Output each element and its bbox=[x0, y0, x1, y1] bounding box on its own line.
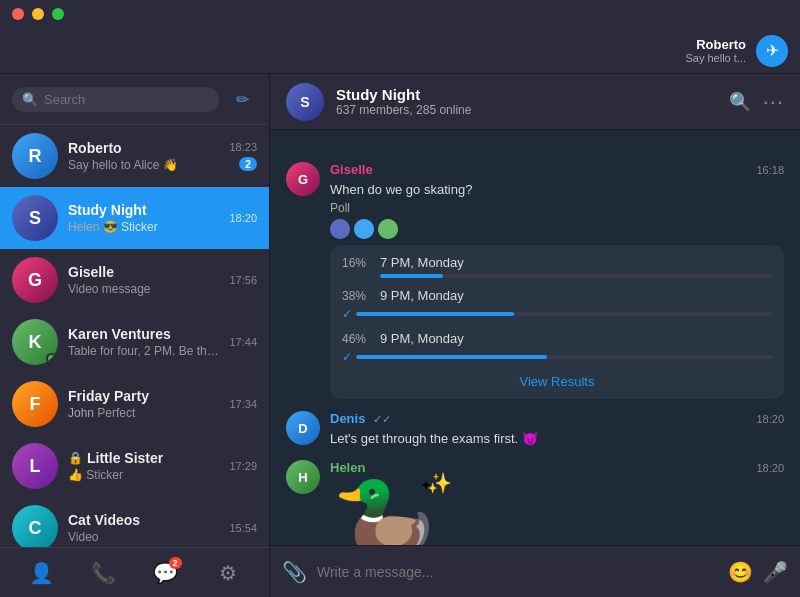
chat-area: S Study Night 637 members, 285 online 🔍 … bbox=[270, 74, 800, 597]
msg-time: 18:20 bbox=[756, 462, 784, 474]
chat-header-sub: 637 members, 285 online bbox=[336, 103, 717, 117]
header-status: Say hello t... bbox=[685, 52, 746, 64]
chat-info: Karen VenturesTable for four, 2 PM. Be t… bbox=[68, 326, 219, 358]
msg-content: Helen 18:20 🦆 ✨ ✦ bbox=[330, 460, 784, 545]
poll-container: 16% 7 PM, Monday 38% 9 PM, Monday bbox=[330, 245, 784, 399]
chat-item-karen[interactable]: KKaren VenturesTable for four, 2 PM. Be … bbox=[0, 311, 269, 373]
chat-time: 18:23 bbox=[229, 141, 257, 153]
msg-time: 16:18 bbox=[756, 164, 784, 176]
calls-icon-button[interactable]: 📞 bbox=[85, 555, 121, 591]
chat-header-avatar: S bbox=[286, 83, 324, 121]
msg-sender: Denis bbox=[330, 411, 365, 426]
chat-preview: Table for four, 2 PM. Be there. bbox=[68, 344, 219, 358]
poll-label-text: 9 PM, Monday bbox=[380, 288, 464, 303]
sparkle-icon2: ✦ bbox=[420, 478, 432, 492]
close-button[interactable] bbox=[12, 8, 24, 20]
chat-input-bar: 📎 😊 🎤 bbox=[270, 545, 800, 597]
chat-list: RRobertoSay hello to Alice 👋18:232SStudy… bbox=[0, 125, 269, 547]
chat-time: 18:20 bbox=[229, 212, 257, 224]
msg-content: Giselle 16:18 When do we go skating? Pol… bbox=[330, 162, 784, 399]
chat-item-roberto[interactable]: RRobertoSay hello to Alice 👋18:232 bbox=[0, 125, 269, 187]
chat-info: GiselleVideo message bbox=[68, 264, 219, 296]
header-user: Roberto Say hello t... ✈ bbox=[685, 35, 788, 67]
msg-avatar: H bbox=[286, 460, 320, 494]
compose-button[interactable]: ✏ bbox=[227, 84, 257, 114]
chat-avatar: G bbox=[12, 257, 58, 303]
voice-button[interactable]: 🎤 bbox=[763, 560, 788, 584]
poll-check-icon: ✓ bbox=[342, 350, 352, 364]
maximize-button[interactable] bbox=[52, 8, 64, 20]
chat-name: Roberto bbox=[68, 140, 122, 156]
chat-meta: 17:56 bbox=[229, 274, 257, 286]
chat-avatar: K bbox=[12, 319, 58, 365]
read-ticks: ✓✓ bbox=[373, 413, 391, 426]
chat-time: 15:54 bbox=[229, 522, 257, 534]
chat-item-little-sister[interactable]: L🔒Little Sister👍 Sticker17:29 bbox=[0, 435, 269, 497]
chat-header-actions: 🔍 ··· bbox=[729, 89, 784, 115]
sidebar: 🔍 ✏ RRobertoSay hello to Alice 👋18:232SS… bbox=[0, 74, 270, 597]
poll-label-text: 7 PM, Monday bbox=[380, 255, 464, 270]
emoji-button[interactable]: 😊 bbox=[728, 560, 753, 584]
chat-info: RobertoSay hello to Alice 👋 bbox=[68, 140, 219, 172]
chat-header: S Study Night 637 members, 285 online 🔍 … bbox=[270, 74, 800, 130]
message-row: D Denis ✓✓ 18:20 Let's get through the e… bbox=[286, 411, 784, 448]
titlebar bbox=[0, 0, 800, 28]
message-row: H Helen 18:20 🦆 ✨ ✦ bbox=[286, 460, 784, 545]
duck-sticker: 🦆 ✨ ✦ bbox=[330, 483, 442, 545]
chat-item-cat-videos[interactable]: CCat VideosVideo15:54 bbox=[0, 497, 269, 547]
chat-more-button[interactable]: ··· bbox=[763, 89, 784, 115]
chat-name: Study Night bbox=[68, 202, 147, 218]
chat-time: 17:56 bbox=[229, 274, 257, 286]
search-icon: 🔍 bbox=[22, 92, 38, 107]
chat-name-row: Friday Party bbox=[68, 388, 219, 404]
chat-meta: 17:34 bbox=[229, 398, 257, 410]
msg-content: Denis ✓✓ 18:20 Let's get through the exa… bbox=[330, 411, 784, 448]
settings-icon-button[interactable]: ⚙ bbox=[210, 555, 246, 591]
chat-header-name: Study Night bbox=[336, 86, 717, 103]
chat-name-row: Karen Ventures bbox=[68, 326, 219, 342]
telegram-icon: ✈ bbox=[756, 35, 788, 67]
chat-name-row: Study Night bbox=[68, 202, 219, 218]
chat-name-row: Cat Videos bbox=[68, 512, 219, 528]
profile-icon-button[interactable]: 👤 bbox=[23, 555, 59, 591]
chat-item-giselle[interactable]: GGiselleVideo message17:56 bbox=[0, 249, 269, 311]
poll-option[interactable]: 38% 9 PM, Monday ✓ bbox=[342, 288, 772, 321]
sidebar-header: 🔍 ✏ bbox=[0, 74, 269, 125]
chat-name: Cat Videos bbox=[68, 512, 140, 528]
chat-preview: Video message bbox=[68, 282, 219, 296]
poll-bar-fill bbox=[356, 355, 547, 359]
chats-icon-button[interactable]: 💬 2 bbox=[148, 555, 184, 591]
chat-name: Friday Party bbox=[68, 388, 149, 404]
chat-meta: 18:20 bbox=[229, 212, 257, 224]
view-results-button[interactable]: View Results bbox=[342, 374, 772, 389]
chat-item-friday[interactable]: FFriday PartyJohn Perfect17:34 bbox=[0, 373, 269, 435]
message-input[interactable] bbox=[317, 564, 718, 580]
chat-avatar: F bbox=[12, 381, 58, 427]
message-row: G Giselle 16:18 When do we go skating? P… bbox=[286, 162, 784, 399]
poll-percent: 46% bbox=[342, 332, 372, 346]
chat-preview: John Perfect bbox=[68, 406, 219, 420]
poll-bar-bg bbox=[356, 312, 772, 316]
msg-text: Let's get through the exams first. 😈 bbox=[330, 430, 784, 448]
chat-search-button[interactable]: 🔍 bbox=[729, 91, 751, 113]
chat-preview: Helen 😎 Sticker bbox=[68, 220, 219, 234]
chat-name-row: 🔒Little Sister bbox=[68, 450, 219, 466]
msg-sender: Giselle bbox=[330, 162, 373, 177]
search-input[interactable] bbox=[44, 92, 209, 107]
msg-header-row: Giselle 16:18 bbox=[330, 162, 784, 177]
poll-label-text: 9 PM, Monday bbox=[380, 331, 464, 346]
poll-option[interactable]: 46% 9 PM, Monday ✓ bbox=[342, 331, 772, 364]
msg-avatar: D bbox=[286, 411, 320, 445]
msg-time: 18:20 bbox=[756, 413, 784, 425]
chat-header-info: Study Night 637 members, 285 online bbox=[336, 86, 717, 117]
chat-item-study-night[interactable]: SStudy NightHelen 😎 Sticker18:20 bbox=[0, 187, 269, 249]
attach-button[interactable]: 📎 bbox=[282, 560, 307, 584]
minimize-button[interactable] bbox=[32, 8, 44, 20]
chat-info: Cat VideosVideo bbox=[68, 512, 219, 544]
chat-meta: 18:232 bbox=[229, 141, 257, 171]
chat-preview: Video bbox=[68, 530, 219, 544]
msg-text: When do we go skating? bbox=[330, 181, 784, 199]
poll-option[interactable]: 16% 7 PM, Monday bbox=[342, 255, 772, 278]
chat-name: Little Sister bbox=[87, 450, 163, 466]
search-box[interactable]: 🔍 bbox=[12, 87, 219, 112]
